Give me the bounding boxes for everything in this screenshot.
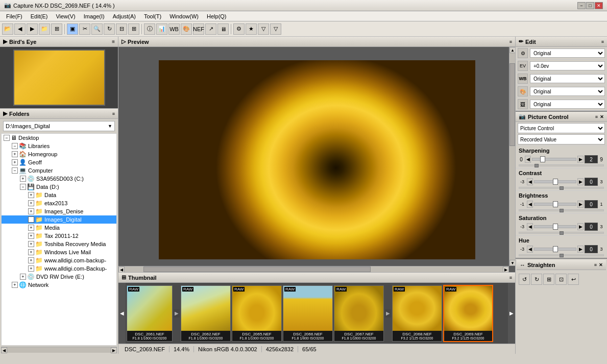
hue-fine-thumb[interactable] — [560, 254, 564, 257]
folders-scroll-right-btn[interactable]: ▶ — [111, 347, 117, 353]
folder-expand-c-drive[interactable]: + — [20, 176, 26, 182]
straighten-tool-2[interactable]: ↻ — [531, 274, 542, 285]
sharpening-increase[interactable]: ▶ — [577, 156, 584, 163]
edit-select-2[interactable]: +0.0ev — [530, 61, 605, 70]
toolbar-crop-btn[interactable]: ✂ — [79, 23, 90, 35]
folder-item-images-digital[interactable]: + 📁 Images_Digital — [2, 215, 116, 224]
menu-adjust[interactable]: Adjust(A) — [109, 12, 140, 20]
contrast-track[interactable] — [534, 180, 576, 183]
birds-eye-thumbnail[interactable] — [13, 50, 105, 106]
brightness-fine-thumb[interactable] — [560, 209, 564, 212]
straighten-close[interactable]: ✕ — [599, 262, 603, 268]
saturation-track[interactable] — [534, 225, 576, 228]
brightness-decrease[interactable]: ◀ — [527, 201, 533, 208]
folder-item-etax2013[interactable]: + 📁 etax2013 — [2, 199, 116, 207]
folder-item-dvd-drive[interactable]: + 💿 DVD RW Drive (E:) — [2, 273, 116, 281]
thumbnail-item-5[interactable]: RAW DSC_2067.NEF F1.8 1/1600 ISO3200 — [334, 285, 384, 342]
sharpening-track[interactable] — [532, 158, 576, 161]
toolbar-zoom-btn[interactable]: 🔍 — [91, 23, 103, 35]
toolbar-nef-btn[interactable]: NEF — [193, 23, 204, 35]
sharpening-thumb[interactable] — [540, 156, 545, 162]
thumbnail-scroll-left[interactable]: ◀ — [118, 283, 126, 344]
saturation-fine-thumb[interactable] — [560, 231, 564, 235]
pc-control-select[interactable]: Picture Control — [518, 123, 605, 133]
folder-expand-desktop[interactable]: − — [4, 135, 10, 141]
toolbar-color-btn[interactable]: 🎨 — [181, 23, 192, 35]
hue-thumb[interactable] — [553, 246, 558, 252]
folder-item-data[interactable]: + 📁 Data — [2, 191, 116, 199]
thumbnail-item-2[interactable]: RAW DSC_2062.NEF F1.8 1/1600 ISO3200 — [181, 285, 231, 342]
contrast-increase[interactable]: ▶ — [577, 178, 584, 185]
folder-expand-tax[interactable]: + — [28, 233, 34, 239]
menu-tool[interactable]: Tool(T) — [140, 12, 165, 20]
folder-item-alldigi2[interactable]: + 📁 www.alldigi.com-Backup- — [2, 264, 116, 273]
sharpening-fine-thumb[interactable] — [535, 164, 539, 167]
preview-scrollbar-v[interactable]: ▲ ▼ — [509, 47, 515, 266]
thumbnail-item-4[interactable]: RAW DSC_2066.NEF F1.8 1/800 ISO3200 — [283, 285, 333, 342]
folder-expand-d-drive[interactable]: − — [20, 184, 26, 190]
straighten-tool-5[interactable]: ↩ — [568, 274, 579, 285]
toolbar-wb-btn[interactable]: WB — [168, 23, 180, 35]
brightness-fine-track[interactable] — [519, 209, 604, 211]
thumbnail-scroll-right[interactable]: ▶ — [508, 283, 515, 344]
folder-item-toshiba[interactable]: + 📁 Toshiba Recovery Media — [2, 240, 116, 248]
preview-scroll-right-btn[interactable]: ▶ — [503, 266, 509, 272]
straighten-tool-3[interactable]: ⊞ — [543, 274, 554, 285]
sharpening-fine-track[interactable] — [519, 164, 604, 166]
saturation-thumb[interactable] — [553, 224, 558, 230]
edit-select-5[interactable]: Original — [530, 100, 605, 109]
folder-item-alldigi1[interactable]: + 📁 www.alldigi.com-backup- — [2, 256, 116, 264]
hue-decrease[interactable]: ◀ — [527, 246, 533, 253]
preview-scroll-left-btn[interactable]: ◀ — [118, 266, 125, 272]
contrast-thumb[interactable] — [553, 179, 558, 185]
edit-expand[interactable]: ≡ — [601, 39, 604, 44]
thumbnail-expand[interactable]: ≡ — [509, 275, 512, 280]
menu-view[interactable]: View(V) — [52, 12, 79, 20]
folder-expand-toshiba[interactable]: + — [28, 241, 34, 247]
preview-scroll-down-btn[interactable]: ▼ — [509, 260, 515, 266]
folder-item-media[interactable]: + 📁 Media — [2, 224, 116, 232]
hue-increase[interactable]: ▶ — [577, 246, 584, 253]
thumbnail-item-first[interactable]: RAW DSC_2061.NEF F1.8 1/1600 ISO3200 — [127, 285, 173, 342]
folder-expand-windows-mail[interactable]: + — [28, 249, 34, 255]
brightness-track[interactable] — [534, 203, 576, 206]
folder-item-network[interactable]: + 🌐 Network — [2, 281, 116, 289]
toolbar-forward-btn[interactable]: ▶ — [27, 23, 38, 35]
edit-select-1[interactable]: Original — [530, 48, 605, 58]
toolbar-view3-btn[interactable]: ⊞ — [128, 23, 139, 35]
menu-edit[interactable]: Edit(E) — [27, 12, 52, 20]
picture-control-close[interactable]: ✕ — [600, 114, 604, 119]
hue-fine-track[interactable] — [519, 254, 604, 256]
folder-expand-libraries[interactable]: − — [12, 143, 18, 149]
menu-window[interactable]: Window(W) — [165, 12, 203, 20]
folder-expand-computer[interactable]: − — [12, 167, 18, 174]
preview-content[interactable]: ▲ ▼ ◀ ▶ — [118, 47, 515, 272]
preview-v-thumb[interactable] — [509, 63, 515, 146]
minimize-button[interactable]: − — [577, 2, 586, 9]
folder-expand-homegroup[interactable]: + — [12, 151, 18, 157]
toolbar-folder-btn[interactable]: 📁 — [39, 23, 50, 35]
preview-h-thumb[interactable] — [143, 266, 371, 272]
picture-control-expand[interactable]: ≡ — [595, 114, 598, 119]
folder-expand-images-digital[interactable]: + — [28, 216, 34, 223]
folder-expand-dvd-drive[interactable]: + — [20, 274, 26, 280]
toolbar-star2-btn[interactable]: ★ — [246, 23, 257, 35]
folder-item-libraries[interactable]: − 📚 Libraries — [2, 142, 116, 150]
folders-scrollbar-h[interactable]: ◀ ▶ — [1, 347, 117, 353]
contrast-fine-track[interactable] — [519, 187, 604, 189]
pc-value-select[interactable]: Recorded Value — [518, 134, 605, 144]
saturation-decrease[interactable]: ◀ — [527, 223, 533, 230]
preview-scroll-up-btn[interactable]: ▲ — [509, 47, 515, 53]
menu-image[interactable]: Image(I) — [80, 12, 109, 20]
sharpening-decrease[interactable]: ◀ — [525, 156, 531, 163]
toolbar-open-btn[interactable]: 📂 — [2, 23, 13, 35]
contrast-fine-thumb[interactable] — [560, 186, 564, 190]
toolbar-filter2-btn[interactable]: ▽ — [270, 23, 281, 35]
saturation-fine-track[interactable] — [519, 232, 604, 234]
folder-item-tax[interactable]: + 📁 Tax 20011-12 — [2, 232, 116, 240]
folder-path-arrow-icon[interactable]: ▼ — [108, 124, 112, 129]
straighten-tool-1[interactable]: ↺ — [519, 274, 530, 285]
folder-item-computer[interactable]: − 💻 Computer — [2, 166, 116, 175]
toolbar-info-btn[interactable]: ⓘ — [144, 23, 155, 35]
folder-item-windows-mail[interactable]: + 📁 Windows Live Mail — [2, 248, 116, 256]
